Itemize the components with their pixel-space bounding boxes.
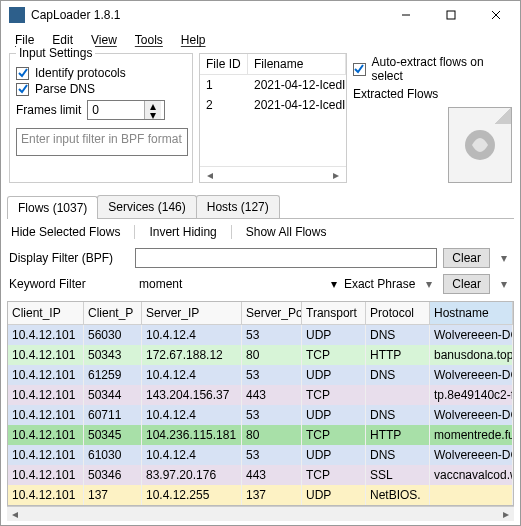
col-server-port[interactable]: Server_Po: [242, 302, 302, 324]
cell-hostname: vaccnavalcod.websit: [430, 465, 513, 485]
cell-protocol: SSL: [366, 465, 430, 485]
col-transport[interactable]: Transport: [302, 302, 366, 324]
cell-transport: UDP: [302, 485, 366, 505]
maximize-button[interactable]: [428, 1, 473, 29]
show-all-button[interactable]: Show All Flows: [246, 225, 327, 239]
display-filter-clear-button[interactable]: Clear: [443, 248, 490, 268]
file-row[interactable]: 22021-04-12-IcedID-inf: [200, 95, 346, 115]
cell-client-ip: 10.4.12.101: [8, 365, 84, 385]
keyword-mode-chevron-icon[interactable]: ▾: [421, 277, 437, 291]
extracted-flows-label: Extracted Flows: [353, 87, 512, 101]
bpf-input[interactable]: Enter input filter in BPF format: [16, 128, 188, 156]
table-row[interactable]: 10.4.12.101 61259 10.4.12.4 53 UDP DNS W…: [8, 365, 513, 385]
table-row[interactable]: 10.4.12.101 50343 172.67.188.12 80 TCP H…: [8, 345, 513, 365]
keyword-mode-value: Exact Phrase: [344, 277, 415, 291]
tab-services[interactable]: Services (146): [97, 195, 196, 218]
cell-server-port: 53: [242, 325, 302, 345]
col-protocol[interactable]: Protocol: [366, 302, 430, 324]
col-server-ip[interactable]: Server_IP: [142, 302, 242, 324]
scroll-right-icon[interactable]: ▸: [328, 168, 344, 182]
flows-grid: Client_IP Client_P Server_IP Server_Po T…: [7, 301, 514, 506]
grid-hscroll[interactable]: ◂ ▸: [7, 506, 514, 521]
invert-hiding-button[interactable]: Invert Hiding: [149, 225, 216, 239]
keyword-filter-menu-icon[interactable]: ▾: [496, 277, 512, 291]
filename-cell: 2021-04-12-IcedID-inf: [248, 75, 346, 95]
cell-server-ip: 10.4.12.4: [142, 405, 242, 425]
display-filter-label: Display Filter (BPF): [9, 251, 129, 265]
cell-server-ip: 83.97.20.176: [142, 465, 242, 485]
cell-client-port: 60711: [84, 405, 142, 425]
cell-protocol: HTTP: [366, 345, 430, 365]
cell-hostname: Wolvereeen-DC.wolv: [430, 405, 513, 425]
hide-selected-button[interactable]: Hide Selected Flows: [11, 225, 120, 239]
table-row[interactable]: 10.4.12.101 56030 10.4.12.4 53 UDP DNS W…: [8, 325, 513, 345]
keyword-filter-clear-button[interactable]: Clear: [443, 274, 490, 294]
cell-client-ip: 10.4.12.101: [8, 425, 84, 445]
cell-client-ip: 10.4.12.101: [8, 485, 84, 505]
cell-protocol: DNS: [366, 325, 430, 345]
filename-header[interactable]: Filename: [248, 54, 346, 74]
cell-protocol: DNS: [366, 405, 430, 425]
table-row[interactable]: 10.4.12.101 50344 143.204.156.37 443 TCP…: [8, 385, 513, 405]
menu-help[interactable]: Help: [181, 33, 206, 47]
file-id-header[interactable]: File ID: [200, 54, 248, 74]
keyword-filter-input[interactable]: [135, 274, 325, 294]
spin-down-icon[interactable]: ▾: [145, 110, 161, 119]
cell-protocol: DNS: [366, 365, 430, 385]
col-client-ip[interactable]: Client_IP: [8, 302, 84, 324]
table-row[interactable]: 10.4.12.101 60711 10.4.12.4 53 UDP DNS W…: [8, 405, 513, 425]
cell-server-port: 443: [242, 385, 302, 405]
tab-flows[interactable]: Flows (1037): [7, 196, 98, 219]
grid-scroll-right-icon[interactable]: ▸: [498, 507, 514, 521]
table-row[interactable]: 10.4.12.101 61030 10.4.12.4 53 UDP DNS W…: [8, 445, 513, 465]
cell-protocol: [366, 385, 430, 405]
menu-edit[interactable]: Edit: [52, 33, 73, 47]
cell-client-port: 50344: [84, 385, 142, 405]
col-hostname[interactable]: Hostname: [430, 302, 513, 324]
table-row[interactable]: 10.4.12.101 50345 104.236.115.181 80 TCP…: [8, 425, 513, 445]
cell-client-ip: 10.4.12.101: [8, 465, 84, 485]
cell-server-port: 53: [242, 445, 302, 465]
flows-toolbar: Hide Selected Flows Invert Hiding Show A…: [1, 219, 520, 245]
cell-hostname: Wolvereeen-DC.wolv: [430, 325, 513, 345]
cell-client-port: 56030: [84, 325, 142, 345]
pcap-file-icon[interactable]: [448, 107, 512, 183]
table-row[interactable]: 10.4.12.101 137 10.4.12.255 137 UDP NetB…: [8, 485, 513, 505]
file-row[interactable]: 12021-04-12-IcedID-inf: [200, 75, 346, 95]
display-filter-input[interactable]: [135, 248, 437, 268]
svg-rect-1: [447, 11, 455, 19]
table-row[interactable]: 10.4.12.101 50346 83.97.20.176 443 TCP S…: [8, 465, 513, 485]
cell-server-port: 137: [242, 485, 302, 505]
file-list: File ID Filename 12021-04-12-IcedID-inf2…: [199, 53, 347, 183]
cell-client-ip: 10.4.12.101: [8, 445, 84, 465]
keyword-filter-label: Keyword Filter: [9, 277, 129, 291]
close-button[interactable]: [473, 1, 518, 29]
input-settings-group: Input Settings Identify protocols Parse …: [9, 53, 193, 183]
cell-client-port: 61030: [84, 445, 142, 465]
frames-limit-input[interactable]: [88, 103, 144, 117]
scroll-left-icon[interactable]: ◂: [202, 168, 218, 182]
menu-file[interactable]: File: [15, 33, 34, 47]
cell-server-ip: 143.204.156.37: [142, 385, 242, 405]
file-list-hscroll[interactable]: ◂ ▸: [200, 166, 346, 182]
file-id-cell: 2: [200, 95, 248, 115]
parse-dns-checkbox[interactable]: [16, 83, 29, 96]
identify-protocols-label: Identify protocols: [35, 66, 126, 80]
grid-scroll-left-icon[interactable]: ◂: [7, 507, 23, 521]
minimize-button[interactable]: [383, 1, 428, 29]
display-filter-menu-icon[interactable]: ▾: [496, 251, 512, 265]
keyword-mode-dropdown[interactable]: ▾ Exact Phrase: [331, 277, 416, 291]
filename-cell: 2021-04-12-IcedID-inf: [248, 95, 346, 115]
auto-extract-checkbox[interactable]: [353, 63, 366, 76]
cell-protocol: HTTP: [366, 425, 430, 445]
menu-view[interactable]: View: [91, 33, 117, 47]
identify-protocols-checkbox[interactable]: [16, 67, 29, 80]
cell-client-port: 50343: [84, 345, 142, 365]
cell-server-port: 443: [242, 465, 302, 485]
tab-hosts[interactable]: Hosts (127): [196, 195, 280, 218]
titlebar: CapLoader 1.8.1: [1, 1, 520, 29]
cell-hostname: Wolvereeen-DC.wolv: [430, 365, 513, 385]
col-client-port[interactable]: Client_P: [84, 302, 142, 324]
menu-tools[interactable]: Tools: [135, 33, 163, 47]
frames-limit-spinner[interactable]: ▴ ▾: [87, 100, 165, 120]
